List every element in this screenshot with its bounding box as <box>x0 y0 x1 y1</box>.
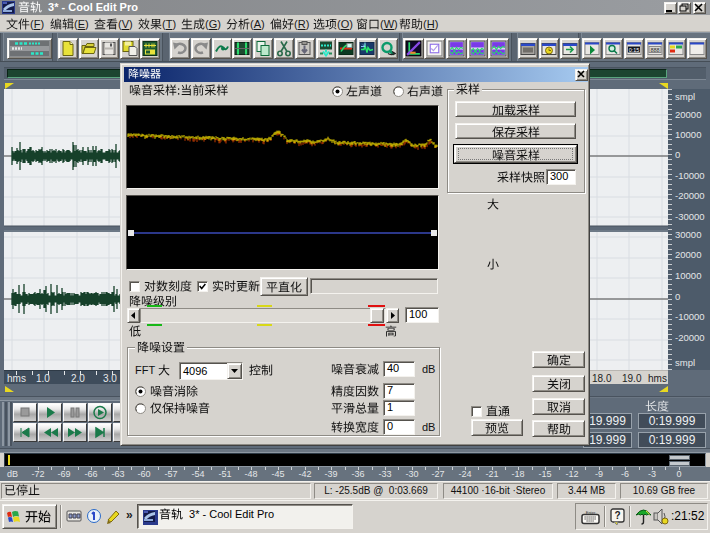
svg-text:?: ? <box>614 510 620 521</box>
svg-text:888: 888 <box>650 47 659 53</box>
svg-text:0:15: 0:15 <box>629 47 640 53</box>
